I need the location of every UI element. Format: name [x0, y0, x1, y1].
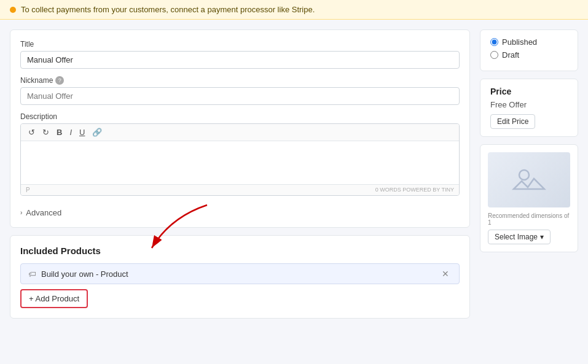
chevron-right-icon: › — [20, 209, 22, 216]
italic-button[interactable]: I — [67, 126, 74, 138]
status-card: Published Draft — [480, 29, 578, 71]
draft-radio[interactable] — [490, 51, 498, 59]
add-product-label: + Add Product — [29, 294, 79, 303]
nickname-input[interactable] — [20, 87, 460, 105]
image-placeholder-icon — [511, 161, 547, 198]
editor-toolbar: ↺ ↻ B I U 🔗 — [21, 124, 459, 141]
offer-details-card: Title Nickname ? Description ↺ ↻ B I — [10, 29, 470, 228]
link-button[interactable]: 🔗 — [90, 126, 104, 138]
recommended-dimensions-text: Recommended dimensions of 1 — [488, 212, 570, 226]
editor-p-label: P — [26, 187, 30, 193]
banner-text: To collect payments from your customers,… — [21, 5, 315, 14]
tag-icon: 🏷 — [28, 269, 36, 279]
advanced-label: Advanced — [26, 208, 61, 217]
banner-dot — [10, 7, 16, 13]
editor-footer: P 0 WORDS POWERED BY TINY — [21, 184, 459, 195]
undo-button[interactable]: ↺ — [26, 126, 37, 138]
edit-price-button[interactable]: Edit Price — [490, 114, 535, 129]
word-count: 0 WORDS POWERED BY TINY — [375, 187, 454, 193]
description-editor[interactable]: ↺ ↻ B I U 🔗 P 0 WORDS POWERED BY TINY — [20, 123, 460, 196]
nickname-help-icon[interactable]: ? — [55, 76, 64, 85]
editor-body[interactable] — [21, 141, 459, 184]
remove-product-button[interactable]: ✕ — [439, 269, 452, 279]
image-card: Recommended dimensions of 1 Select Image… — [480, 144, 578, 252]
image-placeholder — [488, 152, 570, 207]
free-offer-label: Free Offer — [490, 100, 568, 109]
banner: To collect payments from your customers,… — [0, 0, 588, 20]
nickname-label: Nickname ? — [20, 76, 460, 85]
title-input[interactable] — [20, 51, 460, 69]
product-name: Build your own - Product — [41, 269, 128, 279]
bold-button[interactable]: B — [54, 126, 65, 138]
draft-label: Draft — [502, 50, 519, 60]
included-products-title: Included Products — [20, 246, 460, 256]
published-label: Published — [502, 37, 537, 47]
published-radio[interactable] — [490, 38, 498, 46]
description-field-group: Description ↺ ↻ B I U 🔗 P 0 WORDS POWERE… — [20, 112, 460, 196]
underline-button[interactable]: U — [77, 126, 87, 138]
included-products-card: Included Products 🏷 Build your own - Pro… — [10, 235, 470, 319]
nickname-field-group: Nickname ? — [20, 76, 460, 105]
product-item: 🏷 Build your own - Product ✕ — [20, 263, 460, 284]
title-label: Title — [20, 40, 460, 48]
price-card: Price Free Offer Edit Price — [480, 79, 578, 137]
description-label: Description — [20, 112, 460, 121]
published-option[interactable]: Published — [490, 37, 568, 47]
select-image-button[interactable]: Select Image ▾ — [488, 230, 551, 244]
draft-option[interactable]: Draft — [490, 50, 568, 60]
add-product-button[interactable]: + Add Product — [20, 289, 88, 308]
title-field-group: Title — [20, 40, 460, 69]
select-image-label: Select Image — [495, 233, 538, 241]
price-title: Price — [490, 87, 568, 96]
product-item-left: 🏷 Build your own - Product — [28, 269, 128, 279]
redo-button[interactable]: ↻ — [40, 126, 52, 138]
select-image-chevron: ▾ — [540, 233, 544, 241]
advanced-toggle[interactable]: › Advanced — [20, 203, 460, 217]
svg-point-1 — [519, 170, 529, 180]
